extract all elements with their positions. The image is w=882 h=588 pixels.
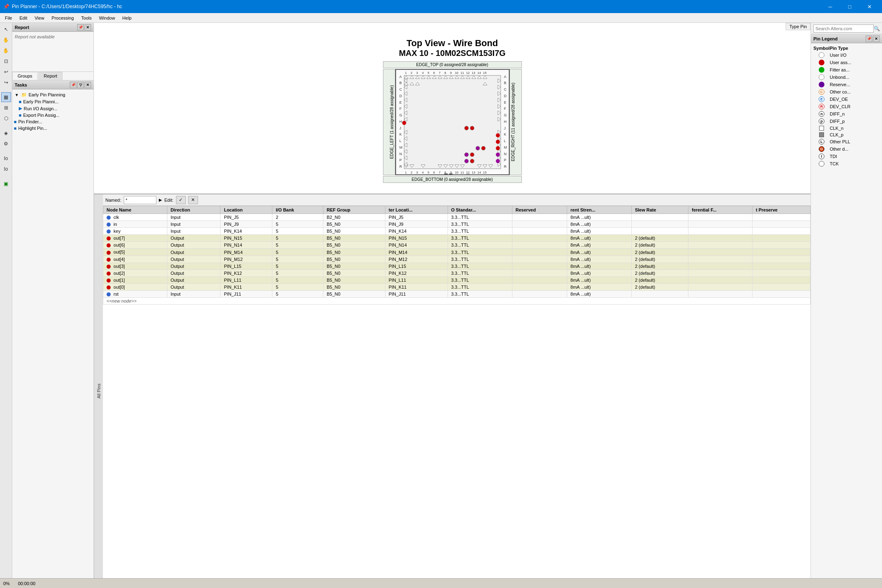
svg-point-131	[496, 146, 500, 150]
menu-window[interactable]: Window	[96, 15, 118, 21]
col-node-name[interactable]: Node Name	[103, 206, 167, 214]
toolbar-io3[interactable]: Io	[1, 164, 11, 174]
other-co-label: Other co...	[830, 89, 880, 94]
cell-diff	[688, 228, 753, 235]
cell-ref: B5_N0	[323, 291, 385, 298]
col-ter-loc[interactable]: ter Locati...	[385, 206, 448, 214]
task-early-pin-sub1[interactable]: ■ Early Pin Planni...	[12, 98, 94, 105]
svg-text:7: 7	[439, 171, 440, 174]
menu-view[interactable]: View	[31, 15, 48, 21]
toolbar-hand[interactable]: ✋	[1, 46, 11, 56]
table-row[interactable]: out[3] Output PIN_L15 5 B5_N0 PIN_L15 3.…	[103, 263, 811, 270]
table-row[interactable]: out[7] Output PIN_N15 5 B5_N0 PIN_N15 3.…	[103, 235, 811, 242]
cell-res	[512, 256, 567, 263]
menu-processing[interactable]: Processing	[48, 15, 77, 21]
user-ass-symbol	[819, 60, 824, 65]
cell-slew	[631, 214, 688, 221]
reserve-symbol	[819, 82, 824, 87]
edit-ok-button[interactable]: ✓	[176, 196, 186, 204]
svg-rect-60	[404, 75, 500, 168]
table-row[interactable]: clk Input PIN_J5 2 B2_N0 PIN_J5 3.3...TT…	[103, 214, 811, 221]
col-pres[interactable]: t Preserve	[753, 206, 811, 214]
legend-clk-n: CLK_n	[813, 126, 880, 131]
table-row[interactable]: out[4] Output PIN_M12 5 B5_N0 PIN_M12 3.…	[103, 256, 811, 263]
svg-text:2: 2	[410, 171, 412, 174]
legend-close-btn[interactable]: ✕	[873, 36, 880, 42]
maximize-button[interactable]: □	[840, 0, 859, 13]
cell-res	[512, 249, 567, 256]
col-io-bank[interactable]: I/O Bank	[272, 206, 323, 214]
toolbar-pins[interactable]: ⊞	[1, 103, 11, 113]
table-row[interactable]: out[2] Output PIN_K12 5 B5_N0 PIN_K12 3.…	[103, 270, 811, 276]
tab-groups[interactable]: Groups	[12, 72, 38, 80]
table-row[interactable]: out[5] Output PIN_M14 5 B5_N0 PIN_M14 3.…	[103, 249, 811, 256]
task-early-pin-planning[interactable]: ▼ 📁 Early Pin Planning	[12, 91, 94, 98]
pin-table-scroll[interactable]: Node Name Direction Location I/O Bank RE…	[103, 206, 811, 588]
col-diff[interactable]: ferential F...	[688, 206, 753, 214]
menu-tools[interactable]: Tools	[78, 15, 95, 21]
table-row[interactable]: key Input PIN_K14 5 B5_N0 PIN_K14 3.3...…	[103, 228, 811, 235]
toolbar-io[interactable]: ⬡	[1, 114, 11, 123]
table-row[interactable]: out[1] Output PIN_L11 5 B5_N0 PIN_L11 3.…	[103, 276, 811, 283]
task-run-io[interactable]: ▶ Run I/O Assign...	[12, 105, 94, 112]
new-node-row[interactable]: <<new node>>	[103, 298, 811, 305]
status-bar: 0% 00:00:00	[0, 578, 882, 588]
toolbar-groups[interactable]: ◈	[1, 128, 11, 138]
task-highlight-pin[interactable]: ■ Highlight Pin...	[12, 125, 94, 131]
close-button[interactable]: ✕	[860, 0, 879, 13]
svg-text:5: 5	[427, 71, 429, 74]
tasks-panel-pin[interactable]: 📌	[70, 82, 76, 88]
cell-bank: 5	[272, 270, 323, 276]
cell-cur: 8mA ...ult)	[567, 263, 632, 270]
toolbar-chip-view[interactable]: ▦	[1, 92, 11, 102]
toolbar-green[interactable]: ▣	[1, 179, 11, 189]
task-run-io-label: Run I/O Assign...	[24, 106, 58, 111]
col-location[interactable]: Location	[220, 206, 272, 214]
cell-std: 3.3...TTL	[448, 235, 512, 242]
toolbar-zoom-select[interactable]: ⊡	[1, 56, 11, 66]
col-ref-group[interactable]: REF Group	[323, 206, 385, 214]
table-row[interactable]: in Input PIN_J9 5 B5_N0 PIN_J9 3.3...TTL…	[103, 221, 811, 228]
toolbar-io2[interactable]: Io	[1, 154, 11, 163]
svg-text:E: E	[504, 100, 506, 104]
pin-table-area: Named: ▶ Edit: ✓ ✕ Node Name Direction	[103, 194, 811, 588]
report-panel-close[interactable]: ✕	[85, 24, 91, 31]
toolbar-cursor[interactable]: ✋	[1, 35, 11, 45]
toolbar-filter[interactable]: ⚙	[1, 139, 11, 149]
tab-report[interactable]: Report	[38, 72, 62, 80]
cell-ter: PIN_M12	[385, 256, 448, 263]
col-direction[interactable]: Direction	[167, 206, 220, 214]
report-panel-pin[interactable]: 📌	[77, 24, 84, 31]
cell-cur: 8mA ...ult)	[567, 270, 632, 276]
chip-core[interactable]: A B C D E F G H J K L M N	[395, 69, 510, 175]
legend-pin-btn[interactable]: 📌	[866, 36, 872, 42]
table-row[interactable]: out[6] Output PIN_N14 5 B5_N0 PIN_N14 3.…	[103, 242, 811, 249]
tasks-panel-close[interactable]: ✕	[85, 82, 91, 88]
cell-std: 3.3...TTL	[448, 283, 512, 290]
task-pin-finder[interactable]: ■ Pin Finder...	[12, 118, 94, 125]
pin-legend-header: Pin Legend 📌 ✕	[811, 34, 882, 43]
minimize-button[interactable]: ─	[821, 0, 840, 13]
menu-file[interactable]: File	[2, 15, 16, 21]
col-slew[interactable]: Slew Rate	[631, 206, 688, 214]
menu-help[interactable]: Help	[119, 15, 135, 21]
svg-point-84	[464, 152, 468, 156]
task-export-pin[interactable]: ■ Export Pin Assig...	[12, 112, 94, 118]
menu-edit[interactable]: Edit	[16, 15, 31, 21]
col-reserved[interactable]: Reserved	[512, 206, 567, 214]
named-input[interactable]	[124, 196, 156, 204]
col-cur-str[interactable]: rent Stren...	[567, 206, 632, 214]
cell-diff	[688, 270, 753, 276]
legend-tck: TCK	[813, 161, 880, 167]
toolbar-redo[interactable]: ↪	[1, 78, 11, 87]
table-row[interactable]: rst Input PIN_J11 5 B5_N0 PIN_J11 3.3...…	[103, 291, 811, 298]
tdi-label: TDI	[830, 154, 880, 159]
tasks-panel-expand[interactable]: ▽	[77, 82, 84, 88]
toolbar-undo[interactable]: ↩	[1, 67, 11, 77]
col-io-std[interactable]: O Standar...	[448, 206, 512, 214]
cell-node-name: clk	[103, 214, 167, 221]
edit-cancel-button[interactable]: ✕	[188, 196, 198, 204]
table-row[interactable]: out[0] Output PIN_K11 5 B5_N0 PIN_K11 3.…	[103, 283, 811, 290]
search-input[interactable]	[813, 24, 874, 33]
toolbar-select[interactable]: ↖	[1, 24, 11, 34]
